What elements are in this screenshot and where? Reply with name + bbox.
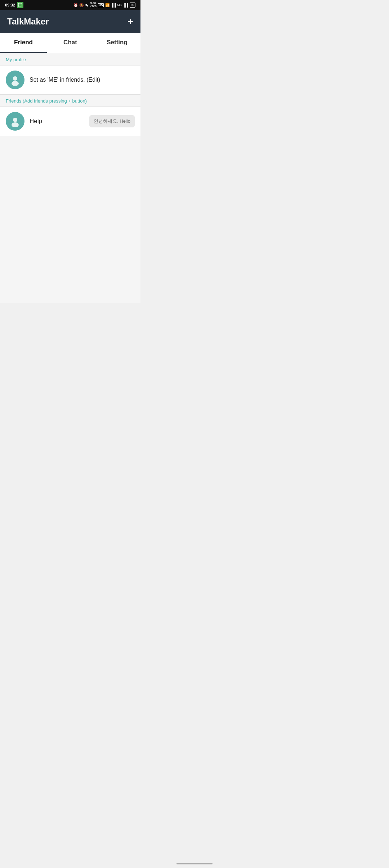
friend-avatar-help xyxy=(6,112,24,131)
status-bar: 09:32 ⏰ 🔕 ⬉ 9.00KB/S HD 📶 ▐▐ 5G ▐▐ 99 xyxy=(0,0,140,10)
tab-setting[interactable]: Setting xyxy=(94,33,140,53)
alarm-icon: ⏰ xyxy=(73,3,78,7)
app-bar: TalkMaker + xyxy=(0,10,140,33)
my-profile-label: My profile xyxy=(0,53,140,65)
content-area: My profile Set as 'ME' in friends. (Edit… xyxy=(0,53,140,303)
my-profile-row[interactable]: Set as 'ME' in friends. (Edit) xyxy=(0,65,140,94)
svg-point-4 xyxy=(13,118,17,122)
data-speed: 9.00KB/S xyxy=(90,2,97,8)
my-avatar xyxy=(6,71,24,89)
svg-point-2 xyxy=(13,76,17,81)
svg-rect-0 xyxy=(18,3,22,6)
hd-icon: HD xyxy=(98,3,104,7)
svg-point-5 xyxy=(12,122,19,127)
tab-friend[interactable]: Friend xyxy=(0,33,47,53)
greeting-badge-help: 안녕하세요. Hello xyxy=(89,115,135,127)
battery-icon: 99 xyxy=(130,3,135,8)
status-left: 09:32 xyxy=(5,2,23,8)
friend-name-help: Help xyxy=(30,118,84,125)
tab-chat[interactable]: Chat xyxy=(47,33,94,53)
add-button[interactable]: + xyxy=(128,17,133,27)
svg-point-3 xyxy=(12,81,19,86)
app-title: TalkMaker xyxy=(7,17,49,27)
divider-4 xyxy=(0,136,140,136)
wifi-icon: 📶 xyxy=(105,3,109,7)
bluetooth-icon: ⬉ xyxy=(85,3,88,8)
battery-level: 99 xyxy=(131,3,134,7)
status-right: ⏰ 🔕 ⬉ 9.00KB/S HD 📶 ▐▐ 5G ▐▐ 99 xyxy=(73,2,135,8)
signal-5g-icon: ▐▐ xyxy=(123,3,128,7)
my-profile-text: Set as 'ME' in friends. (Edit) xyxy=(30,77,135,83)
5g-icon: 5G xyxy=(117,3,122,7)
mute-icon: 🔕 xyxy=(79,3,84,7)
signal-icon: ▐▐ xyxy=(111,3,116,7)
tab-bar: Friend Chat Setting xyxy=(0,33,140,53)
chat-status-icon xyxy=(17,2,23,8)
friend-row-help[interactable]: Help 안녕하세요. Hello xyxy=(0,107,140,136)
time-display: 09:32 xyxy=(5,3,15,7)
friends-section-label: Friends (Add friends pressing + button) xyxy=(0,95,140,107)
